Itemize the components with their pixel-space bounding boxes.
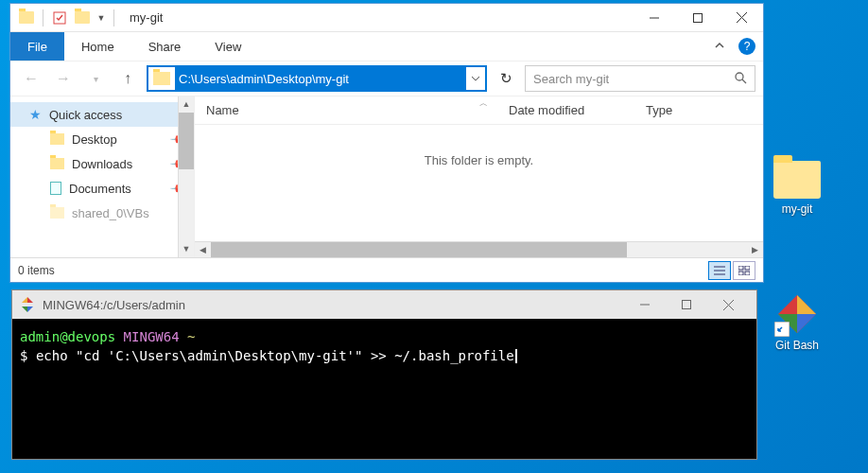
content-pane: ︿ Name Date modified Type This folder is… — [195, 96, 763, 257]
search-input[interactable]: Search my-git — [525, 65, 755, 92]
forward-button[interactable]: → — [50, 65, 77, 92]
nav-item-desktop[interactable]: Desktop 📌 — [10, 127, 194, 151]
star-icon: ★ — [29, 107, 42, 122]
svg-rect-4 — [774, 322, 790, 337]
empty-folder-message: This folder is empty. — [195, 125, 763, 241]
desktop-icon-label: Git Bash — [759, 339, 835, 352]
folder-icon — [50, 133, 64, 145]
desktop-icon-label: my-git — [759, 202, 835, 216]
refresh-button[interactable]: ↻ — [493, 70, 519, 87]
ribbon-collapse-button[interactable] — [708, 40, 731, 54]
terminal-close-button[interactable] — [707, 290, 749, 319]
terminal-maximize-button[interactable] — [666, 290, 707, 319]
svg-line-11 — [742, 79, 746, 83]
svg-rect-17 — [738, 272, 743, 275]
desktop-folder-mygit[interactable]: my-git — [759, 161, 835, 216]
svg-rect-18 — [745, 272, 750, 275]
qat-dropdown-button[interactable]: ▼ — [95, 8, 108, 28]
minimize-button[interactable] — [633, 4, 676, 31]
scroll-right-arrow[interactable]: ▶ — [747, 242, 763, 257]
nav-label: shared_0\VBs — [72, 206, 149, 220]
svg-rect-16 — [745, 266, 750, 270]
svg-marker-3 — [797, 314, 816, 333]
column-name[interactable]: Name — [195, 103, 497, 117]
terminal-body[interactable]: admin@devops MINGW64 ~ $ echo "cd 'C:\Us… — [12, 319, 756, 459]
sort-indicator-icon: ︿ — [479, 97, 488, 110]
help-button[interactable]: ? — [738, 38, 755, 55]
nav-quick-access[interactable]: ★ Quick access — [10, 102, 194, 127]
ribbon: File Home Share View ? — [10, 32, 763, 61]
qat-newfolder-button[interactable] — [72, 8, 93, 28]
nav-label: Downloads — [72, 157, 132, 171]
terminal-minimize-button[interactable] — [624, 290, 666, 319]
desktop-shortcut-gitbash[interactable]: Git Bash — [759, 293, 835, 352]
explorer-window: ▼ my-git File Home Share View ? ← → ▾ — [9, 3, 764, 283]
gitbash-icon — [776, 293, 818, 335]
navigation-pane: ★ Quick access Desktop 📌 Downloads 📌 Doc… — [10, 96, 195, 257]
recent-dropdown[interactable]: ▾ — [82, 65, 109, 92]
nav-item-downloads[interactable]: Downloads 📌 — [10, 151, 194, 176]
tab-share[interactable]: Share — [131, 32, 199, 61]
folder-icon — [50, 158, 64, 169]
svg-rect-25 — [683, 301, 691, 309]
app-icon[interactable] — [16, 8, 37, 28]
terminal-window: MINGW64:/c/Users/admin admin@devops MING… — [11, 289, 757, 460]
folder-icon — [773, 161, 821, 199]
back-button[interactable]: ← — [18, 65, 44, 92]
address-dropdown[interactable] — [466, 72, 485, 86]
tab-home[interactable]: Home — [64, 32, 131, 61]
folder-icon — [153, 72, 170, 85]
svg-marker-22 — [22, 307, 27, 312]
nav-label: Desktop — [72, 132, 117, 147]
file-tab[interactable]: File — [10, 32, 64, 61]
nav-label: Documents — [69, 182, 131, 196]
nav-scrollbar[interactable]: ▲ ▼ — [178, 96, 194, 257]
window-title: my-git — [124, 10, 633, 25]
title-bar[interactable]: ▼ my-git — [10, 4, 763, 32]
close-button[interactable] — [720, 4, 763, 31]
qat-properties-button[interactable] — [49, 8, 70, 28]
terminal-command-line: $ echo "cd 'C:\Users\admin\Desktop\my-gi… — [20, 347, 749, 366]
search-icon — [734, 71, 747, 87]
nav-bar: ← → ▾ ↑ C:\Users\admin\Desktop\my-git ↻ … — [10, 61, 763, 96]
svg-rect-15 — [738, 266, 743, 270]
terminal-prompt-line: admin@devops MINGW64 ~ — [20, 328, 749, 347]
svg-rect-7 — [694, 13, 703, 22]
maximize-button[interactable] — [676, 4, 720, 31]
scroll-down-arrow[interactable]: ▼ — [179, 241, 194, 257]
address-path[interactable]: C:\Users\admin\Desktop\my-git — [175, 67, 466, 90]
svg-marker-23 — [27, 307, 33, 312]
svg-point-10 — [736, 73, 743, 80]
scroll-left-arrow[interactable]: ◀ — [195, 242, 211, 257]
scroll-thumb[interactable] — [179, 113, 194, 169]
nav-item-shared[interactable]: shared_0\VBs — [10, 201, 194, 225]
scroll-thumb[interactable] — [211, 242, 627, 257]
nav-item-documents[interactable]: Documents 📌 — [10, 176, 194, 201]
view-details-button[interactable] — [708, 261, 731, 280]
terminal-title: MINGW64:/c/Users/admin — [43, 298, 624, 312]
address-bar[interactable]: C:\Users\admin\Desktop\my-git — [147, 65, 487, 92]
prompt-user: admin@devops — [20, 329, 115, 344]
terminal-title-bar[interactable]: MINGW64:/c/Users/admin — [12, 290, 756, 319]
terminal-command: echo "cd 'C:\Users\admin\Desktop\my-git'… — [36, 348, 514, 363]
item-count: 0 items — [18, 264, 55, 277]
svg-marker-20 — [27, 297, 33, 303]
prompt-env: MINGW64 — [124, 329, 180, 344]
mingw-icon — [20, 297, 35, 312]
view-large-button[interactable] — [733, 261, 755, 280]
up-button[interactable]: ↑ — [114, 65, 141, 92]
scroll-up-arrow[interactable]: ▲ — [179, 96, 194, 113]
tab-view[interactable]: View — [198, 32, 258, 61]
nav-label: Quick access — [49, 108, 122, 122]
horizontal-scrollbar[interactable]: ◀ ▶ — [195, 241, 763, 257]
status-bar: 0 items — [10, 257, 763, 282]
cursor — [515, 349, 517, 363]
column-date[interactable]: Date modified — [497, 103, 634, 117]
svg-marker-21 — [22, 297, 27, 303]
column-type[interactable]: Type — [634, 103, 684, 117]
prompt-path: ~ — [187, 329, 195, 344]
document-icon — [50, 182, 61, 195]
folder-icon — [50, 207, 64, 219]
search-placeholder: Search my-git — [533, 72, 734, 86]
svg-marker-1 — [797, 295, 816, 314]
